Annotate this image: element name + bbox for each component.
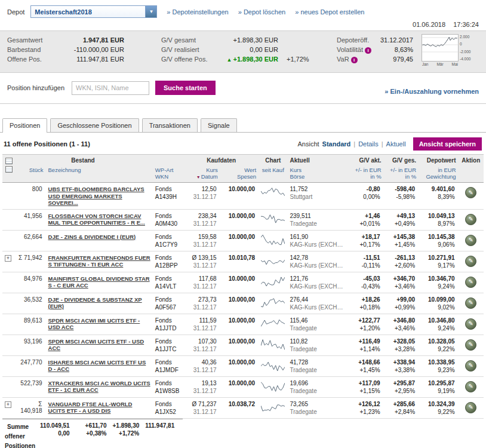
gv-offene-value: +1.898,30 EUR — [233, 56, 278, 63]
trade-action-button[interactable]: ✎ — [465, 360, 476, 372]
current-time: 17:36:24 — [453, 21, 479, 28]
position-name-link[interactable]: SPDR MSCI ACWI UCITS ETF - USD ACC — [48, 338, 150, 352]
position-wkn: A1JJTC — [155, 346, 182, 353]
position-name-link[interactable]: FRANKFURTER AKTIENFONDS FUER S TIFTUNGEN… — [48, 254, 150, 268]
position-wert: 10.000,00 — [223, 234, 255, 241]
trade-action-button[interactable]: ✎ — [465, 402, 476, 413]
add-position-label: Position hinzufügen — [7, 84, 64, 91]
position-wkn: A14VLT — [155, 283, 182, 290]
tab-transaktionen[interactable]: Transaktionen — [142, 118, 198, 132]
payout-link[interactable]: » Ein-/Auszahlung vornehmen — [385, 88, 479, 95]
depot-select[interactable]: Meisterschaft2018 ▼ — [30, 5, 157, 18]
trade-action-button[interactable]: ✎ — [465, 235, 476, 246]
position-name-link[interactable]: XTRACKERS MSCI AC WORLD UCITS ETF - 1C E… — [48, 380, 150, 394]
up-arrow-icon: ▲ — [227, 57, 232, 63]
position-name-link[interactable]: DJE - ZINS & DIVIDENDE I (EUR) — [48, 234, 150, 241]
mini-chart[interactable] — [261, 213, 285, 226]
position-gv-akt-pct: 0,00% — [351, 194, 380, 201]
trade-action-button[interactable]: ✎ — [465, 339, 476, 351]
positions-count: 11 offene Positionen (1 - 11) — [4, 140, 90, 148]
col-header-wert-spesen[interactable]: WertSpesen — [220, 165, 259, 183]
position-name-link[interactable]: VANGUARD FTSE ALL-WORLD UCITS ETF - A US… — [48, 401, 150, 415]
link-depot-new[interactable]: » neues Depot erstellen — [295, 8, 364, 16]
collapse-all-icon[interactable] — [5, 166, 13, 173]
mini-chart[interactable] — [261, 359, 285, 372]
save-view-button[interactable]: Ansicht speichern — [413, 137, 482, 151]
view-aktuell[interactable]: Aktuell — [386, 140, 406, 148]
col-header-aktion: Aktion — [459, 155, 484, 166]
expand-row-icon[interactable]: + — [5, 401, 11, 408]
var-label: VaR — [337, 56, 349, 63]
position-name-link[interactable]: SPDR MSCI ACWI IMI UCITS ETF - USD ACC — [48, 317, 150, 331]
search-input[interactable] — [72, 81, 149, 95]
position-kaufdatum: 31.12.17 — [186, 304, 216, 311]
pencil-icon: ✎ — [469, 189, 473, 196]
position-kaufdatum: 31.12.17 — [186, 283, 216, 290]
position-name-link[interactable]: FLOSSBACH VON STORCH SICAV MUL TIPLE OPP… — [48, 213, 150, 226]
position-gewichtung: 8,97% — [421, 220, 454, 228]
position-wkn: A0F567 — [155, 304, 182, 311]
col-header-depotwert-sub[interactable]: in EURGewichtung — [419, 165, 458, 183]
mini-chart[interactable] — [261, 296, 285, 309]
col-header-bezeichnung[interactable]: Bezeichnung — [46, 165, 153, 183]
tab-geschlossene-positionen[interactable]: Geschlossene Positionen — [50, 118, 139, 132]
trade-action-button[interactable]: ✎ — [465, 297, 476, 309]
position-kurs-aktuell: 239,511 — [290, 213, 346, 220]
expand-row-icon[interactable]: + — [5, 255, 11, 262]
col-header-wpart-wkn[interactable]: WP-ArtWKN — [153, 165, 184, 183]
offene-pos-value: 111.947,81 EUR — [54, 54, 124, 64]
start-search-button[interactable]: Suche starten — [155, 81, 216, 95]
position-name-link[interactable]: DJE - DIVIDENDE & SUBSTANZ XP (EUR) — [48, 296, 150, 310]
position-kurs-aktuell: 121,76 — [290, 275, 346, 283]
tab-positionen[interactable]: Positionen — [2, 118, 47, 133]
sum-wert: 110.049,51 — [40, 422, 70, 429]
mini-chart[interactable] — [261, 380, 285, 393]
chevron-down-icon[interactable]: ▼ — [145, 6, 156, 17]
position-wkn: A12BPP — [155, 262, 182, 269]
trade-action-button[interactable]: ✎ — [465, 187, 476, 198]
portfolio-page: Depot Meisterschaft2018 ▼ » Depoteinstel… — [0, 0, 486, 448]
info-icon[interactable]: i — [351, 57, 358, 63]
trade-action-button[interactable]: ✎ — [465, 256, 476, 267]
mini-chart[interactable] — [261, 275, 285, 289]
position-name-link[interactable]: ISHARES MSCI ACWI UCITS ETF US D - ACC — [48, 359, 150, 373]
view-standard[interactable]: Standard — [322, 140, 351, 148]
mini-chart[interactable] — [261, 254, 285, 268]
position-gv-ges-eur: +145,38 — [386, 234, 415, 241]
position-gv-akt-pct: +0,17% — [351, 241, 380, 248]
trade-action-button[interactable]: ✎ — [465, 277, 476, 288]
mini-chart[interactable] — [261, 186, 285, 199]
sort-desc-icon[interactable]: ▼ — [196, 175, 201, 179]
position-name-link[interactable]: MAINFIRST GLOBAL DIVIDEND STAR S - C EUR… — [48, 275, 150, 289]
mini-chart[interactable] — [261, 317, 285, 330]
trade-action-button[interactable]: ✎ — [465, 381, 476, 392]
info-icon[interactable]: i — [365, 47, 371, 54]
col-header-gv-akt-sub[interactable]: +/- in EURin % — [349, 165, 383, 183]
summary-values: Gesamtwert1.947,81 EUR Barbestand-110.00… — [7, 35, 124, 69]
expand-all-icon[interactable] — [5, 158, 13, 164]
col-header-kurs-boerse[interactable]: KursBörse — [287, 165, 349, 183]
mini-chart[interactable] — [261, 234, 285, 247]
link-depot-settings[interactable]: » Depoteinstellungen — [167, 8, 228, 16]
position-name-link[interactable]: UBS ETF-BLOOMBERG BARCLAYS USD EMERGING … — [48, 186, 150, 207]
position-gewichtung: 9,22% — [421, 409, 454, 416]
position-gewichtung: 9,23% — [421, 367, 454, 374]
trade-action-button[interactable]: ✎ — [465, 318, 476, 330]
volatilitaet-value: 8,63% — [376, 45, 413, 54]
tab-signale[interactable]: Signale — [201, 118, 237, 132]
position-row: 62,664 DJE - ZINS & DIVIDENDE I (EUR) Fo… — [2, 230, 484, 251]
view-details[interactable]: Details — [358, 140, 379, 148]
pencil-icon: ✎ — [469, 216, 473, 222]
position-kurs-aktuell: 110,82 — [290, 338, 346, 345]
position-gv-akt-eur: -45,03 — [351, 275, 380, 283]
trade-action-button[interactable]: ✎ — [465, 214, 476, 225]
col-header-gv-ges-sub[interactable]: +/- in EURin % — [384, 165, 419, 183]
mini-chart[interactable] — [261, 338, 285, 351]
col-header-stueck[interactable]: Stück — [13, 165, 45, 183]
link-depot-delete[interactable]: » Depot löschen — [238, 8, 286, 16]
position-gv-akt-pct: +0,18% — [351, 304, 380, 311]
col-header-kurs-datum[interactable]: Kurs▼Datum — [184, 165, 220, 183]
position-kurs-aktuell: 73,265 — [290, 401, 346, 408]
mini-chart[interactable] — [261, 401, 285, 414]
col-header-seit-kauf: seit Kauf — [259, 165, 287, 183]
